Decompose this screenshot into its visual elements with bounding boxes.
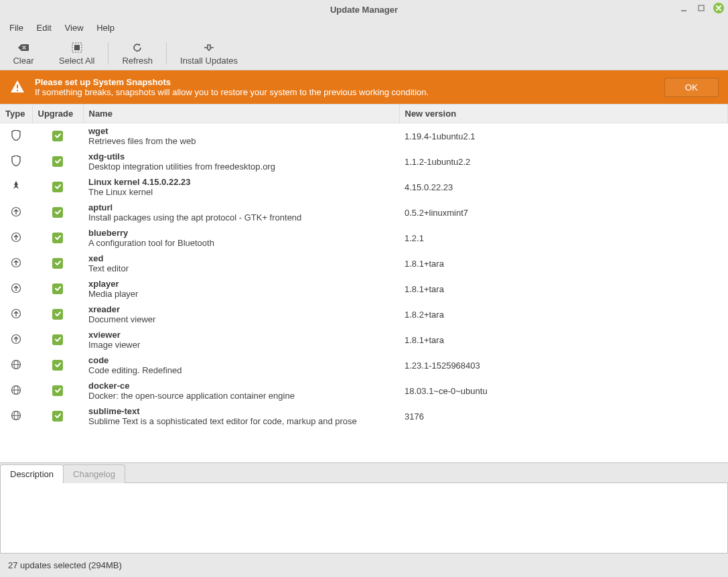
clear-label: Clear bbox=[13, 56, 33, 66]
table-row[interactable]: xplayerMedia player1.8.1+tara bbox=[0, 276, 728, 302]
column-name[interactable]: Name bbox=[83, 105, 399, 123]
status-bar: 27 updates selected (294MB) bbox=[0, 554, 728, 577]
menu-view[interactable]: View bbox=[60, 20, 89, 36]
upgrade-checkbox[interactable] bbox=[52, 258, 63, 269]
upgrade-checkbox[interactable] bbox=[52, 283, 63, 294]
refresh-icon bbox=[132, 41, 143, 54]
upgrade-checkbox[interactable] bbox=[52, 207, 63, 218]
clear-button[interactable]: Clear bbox=[0, 38, 47, 68]
update-icon bbox=[11, 308, 21, 319]
install-icon bbox=[203, 41, 215, 54]
security-icon bbox=[11, 130, 21, 141]
package-version: 4.15.0.22.23 bbox=[399, 174, 728, 200]
menu-help[interactable]: Help bbox=[91, 20, 120, 36]
package-version: 1.8.1+tara bbox=[399, 251, 728, 276]
minimize-button[interactable] bbox=[678, 3, 689, 13]
svg-rect-5 bbox=[17, 90, 18, 91]
table-row[interactable]: docker-ceDocker: the open-source applica… bbox=[0, 378, 728, 403]
upgrade-checkbox[interactable] bbox=[52, 385, 63, 396]
install-updates-button[interactable]: Install Updates bbox=[168, 38, 250, 68]
column-type[interactable]: Type bbox=[0, 105, 32, 123]
package-description: The Linux kernel bbox=[88, 187, 394, 197]
update-icon bbox=[11, 206, 21, 217]
svg-rect-0 bbox=[681, 10, 686, 11]
kernel-icon bbox=[11, 181, 21, 192]
package-name: docker-ce bbox=[88, 381, 394, 391]
package-description: Document viewer bbox=[88, 314, 394, 324]
package-description: Sublime Text is a sophisticated text edi… bbox=[88, 416, 394, 426]
package-description: Retrieves files from the web bbox=[88, 136, 394, 146]
package-name: xdg-utils bbox=[88, 151, 394, 162]
table-row[interactable]: xdg-utilsDesktop integration utilities f… bbox=[0, 149, 728, 174]
svg-rect-4 bbox=[17, 84, 18, 88]
table-row[interactable]: xviewerImage viewer1.8.1+tara bbox=[0, 327, 728, 352]
clear-icon bbox=[17, 41, 29, 54]
package-description: Docker: the open-source application cont… bbox=[88, 391, 394, 401]
tab-description[interactable]: Description bbox=[0, 464, 64, 483]
package-name: code bbox=[88, 355, 394, 365]
menu-edit[interactable]: Edit bbox=[31, 20, 57, 36]
update-icon bbox=[11, 334, 21, 344]
table-row[interactable]: blueberryA configuration tool for Blueto… bbox=[0, 225, 728, 251]
security-icon bbox=[11, 155, 21, 166]
package-name: xed bbox=[88, 253, 394, 263]
table-row[interactable]: wgetRetrieves files from the web1.19.4-1… bbox=[0, 123, 728, 149]
package-name: sublime-text bbox=[88, 406, 394, 416]
package-version: 1.1.2-1ubuntu2.2 bbox=[399, 149, 728, 174]
svg-rect-3 bbox=[74, 45, 80, 50]
table-row[interactable]: sublime-textSublime Text is a sophistica… bbox=[0, 403, 728, 429]
upgrade-checkbox[interactable] bbox=[52, 309, 63, 320]
thirdparty-icon bbox=[11, 359, 21, 370]
package-name: wget bbox=[88, 126, 394, 136]
refresh-label: Refresh bbox=[122, 56, 153, 66]
upgrade-checkbox[interactable] bbox=[52, 411, 63, 422]
update-icon bbox=[11, 232, 21, 243]
package-name: apturl bbox=[88, 202, 394, 212]
package-name: xviewer bbox=[88, 330, 394, 340]
svg-rect-1 bbox=[699, 5, 704, 11]
menu-file[interactable]: File bbox=[4, 20, 29, 36]
package-version: 1.8.1+tara bbox=[399, 276, 728, 302]
upgrade-checkbox[interactable] bbox=[52, 334, 63, 345]
tab-changelog[interactable]: Changelog bbox=[63, 464, 125, 483]
thirdparty-icon bbox=[11, 385, 21, 395]
select-all-icon bbox=[72, 41, 82, 54]
updates-table[interactable]: Type Upgrade Name New version wgetRetrie… bbox=[0, 105, 728, 429]
install-label: Install Updates bbox=[180, 56, 238, 66]
upgrade-checkbox[interactable] bbox=[52, 156, 63, 167]
upgrade-checkbox[interactable] bbox=[52, 360, 63, 371]
package-name: Linux kernel 4.15.0.22.23 bbox=[88, 177, 394, 187]
package-version: 3176 bbox=[399, 403, 728, 429]
upgrade-checkbox[interactable] bbox=[52, 182, 63, 192]
warning-icon bbox=[9, 79, 25, 95]
toolbar-separator bbox=[166, 42, 167, 64]
close-button[interactable] bbox=[713, 3, 724, 13]
description-content bbox=[0, 483, 728, 554]
refresh-button[interactable]: Refresh bbox=[110, 38, 165, 68]
package-version: 1.2.1 bbox=[399, 225, 728, 251]
maximize-button[interactable] bbox=[696, 3, 707, 13]
column-version[interactable]: New version bbox=[399, 105, 728, 123]
table-row[interactable]: xreaderDocument viewer1.8.2+tara bbox=[0, 302, 728, 327]
table-row[interactable]: Linux kernel 4.15.0.22.23The Linux kerne… bbox=[0, 174, 728, 200]
package-description: A configuration tool for Bluetooth bbox=[88, 238, 394, 248]
upgrade-checkbox[interactable] bbox=[52, 131, 63, 141]
table-row[interactable]: codeCode editing. Redefined1.23.1-152596… bbox=[0, 352, 728, 378]
update-icon bbox=[11, 257, 21, 268]
banner-ok-button[interactable]: OK bbox=[664, 78, 719, 97]
banner-title: Please set up System Snapshots bbox=[35, 77, 655, 87]
package-description: Text editor bbox=[88, 263, 394, 273]
upgrade-checkbox[interactable] bbox=[52, 233, 63, 243]
snapshot-warning-banner: Please set up System Snapshots If someth… bbox=[0, 70, 728, 104]
table-row[interactable]: apturlInstall packages using the apt pro… bbox=[0, 200, 728, 225]
package-description: Install packages using the apt protocol … bbox=[88, 212, 394, 222]
package-description: Desktop integration utilities from freed… bbox=[88, 162, 394, 172]
select-all-button[interactable]: Select All bbox=[47, 38, 106, 68]
package-description: Image viewer bbox=[88, 340, 394, 350]
package-version: 1.8.2+tara bbox=[399, 302, 728, 327]
package-version: 0.5.2+linuxmint7 bbox=[399, 200, 728, 225]
update-icon bbox=[11, 283, 21, 294]
table-row[interactable]: xedText editor1.8.1+tara bbox=[0, 251, 728, 276]
select-all-label: Select All bbox=[59, 56, 94, 66]
column-upgrade[interactable]: Upgrade bbox=[32, 105, 83, 123]
